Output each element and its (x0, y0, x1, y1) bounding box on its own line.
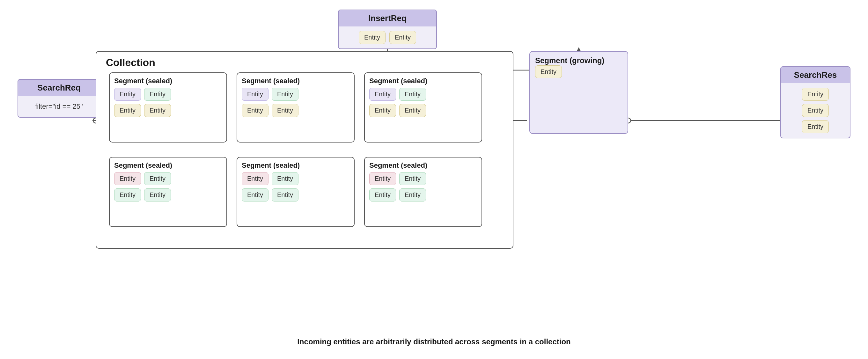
entity-chip: Entity (399, 88, 426, 101)
entity-chip: Entity (242, 189, 269, 201)
search-res-entity-1: Entity (802, 88, 829, 101)
seg-row: Entity Entity (369, 88, 477, 101)
seg-row: Entity Entity (369, 172, 477, 185)
diagram-caption: Incoming entities are arbitrarily distri… (0, 337, 868, 346)
entity-chip: Entity (114, 88, 141, 101)
segment-sealed-6-title: Segment (sealed) (365, 158, 482, 172)
segment-sealed-4-rows: Entity Entity Entity Entity (110, 172, 226, 206)
seg-row: Entity Entity (242, 104, 349, 117)
segment-growing-body: Entity (530, 68, 627, 75)
entity-chip: Entity (144, 104, 171, 117)
entity-chip: Entity (242, 88, 269, 101)
entity-chip: Entity (369, 88, 396, 101)
seg-row: Entity Entity (369, 104, 477, 117)
entity-chip: Entity (114, 189, 141, 201)
segment-sealed-1: Segment (sealed) Entity Entity Entity En… (109, 72, 227, 142)
segment-sealed-2-rows: Entity Entity Entity Entity (237, 88, 354, 122)
entity-chip: Entity (242, 104, 269, 117)
search-res-entity-2: Entity (802, 104, 829, 117)
entity-chip: Entity (399, 172, 426, 185)
segment-sealed-6: Segment (sealed) Entity Entity Entity En… (364, 157, 482, 227)
segment-growing-entity: Entity (535, 65, 562, 78)
segment-sealed-3-title: Segment (sealed) (365, 73, 482, 88)
entity-chip: Entity (114, 172, 141, 185)
entity-chip: Entity (369, 189, 396, 201)
seg-row: Entity Entity (114, 104, 222, 117)
entity-chip: Entity (369, 104, 396, 117)
insert-req-body: Entity Entity (339, 27, 436, 48)
entity-chip: Entity (144, 172, 171, 185)
segment-sealed-4-title: Segment (sealed) (110, 158, 226, 172)
search-res-box: SearchRes Entity Entity Entity (780, 66, 850, 138)
seg-row: Entity Entity (114, 172, 222, 185)
diagram-container: SearchReq filter="id == 25" InsertReq En… (0, 0, 868, 359)
search-req-box: SearchReq filter="id == 25" (18, 79, 100, 118)
segment-sealed-3-rows: Entity Entity Entity Entity (365, 88, 482, 122)
segment-sealed-5: Segment (sealed) Entity Entity Entity En… (237, 157, 354, 227)
entity-chip: Entity (399, 104, 426, 117)
segment-sealed-1-rows: Entity Entity Entity Entity (110, 88, 226, 122)
insert-req-title: InsertReq (339, 10, 436, 27)
entity-chip: Entity (369, 172, 396, 185)
search-res-entity-3: Entity (802, 120, 829, 133)
entity-chip: Entity (242, 172, 269, 185)
collection-title: Collection (106, 57, 155, 69)
search-res-title: SearchRes (781, 67, 850, 83)
seg-row: Entity Entity (242, 172, 349, 185)
entity-chip: Entity (272, 172, 299, 185)
search-req-title: SearchReq (18, 80, 100, 96)
seg-row: Entity Entity (369, 189, 477, 201)
segment-sealed-5-title: Segment (sealed) (237, 158, 354, 172)
seg-row: Entity Entity (114, 189, 222, 201)
seg-row: Entity Entity (114, 88, 222, 101)
segment-sealed-2-title: Segment (sealed) (237, 73, 354, 88)
search-res-body: Entity Entity Entity (781, 83, 850, 138)
entity-chip: Entity (144, 88, 171, 101)
entity-chip: Entity (399, 189, 426, 201)
segment-sealed-2: Segment (sealed) Entity Entity Entity En… (237, 72, 354, 142)
entity-chip: Entity (272, 104, 299, 117)
entity-chip: Entity (272, 88, 299, 101)
collection-box: Collection Segment (sealed) Entity Entit… (96, 51, 514, 249)
search-req-body: filter="id == 25" (18, 96, 100, 117)
insert-req-entity-1: Entity (359, 31, 385, 44)
entity-chip: Entity (272, 189, 299, 201)
segment-sealed-5-rows: Entity Entity Entity Entity (237, 172, 354, 206)
segment-sealed-3: Segment (sealed) Entity Entity Entity En… (364, 72, 482, 142)
segment-sealed-1-title: Segment (sealed) (110, 73, 226, 88)
entity-chip: Entity (144, 189, 171, 201)
segment-sealed-4: Segment (sealed) Entity Entity Entity En… (109, 157, 227, 227)
seg-row: Entity Entity (242, 189, 349, 201)
segment-sealed-6-rows: Entity Entity Entity Entity (365, 172, 482, 206)
svg-marker-9 (577, 47, 581, 51)
entity-chip: Entity (114, 104, 141, 117)
seg-row: Entity Entity (242, 88, 349, 101)
insert-req-entity-2: Entity (390, 31, 416, 44)
segment-growing-box: Segment (growing) Entity (529, 51, 628, 134)
insert-req-box: InsertReq Entity Entity (338, 9, 437, 49)
